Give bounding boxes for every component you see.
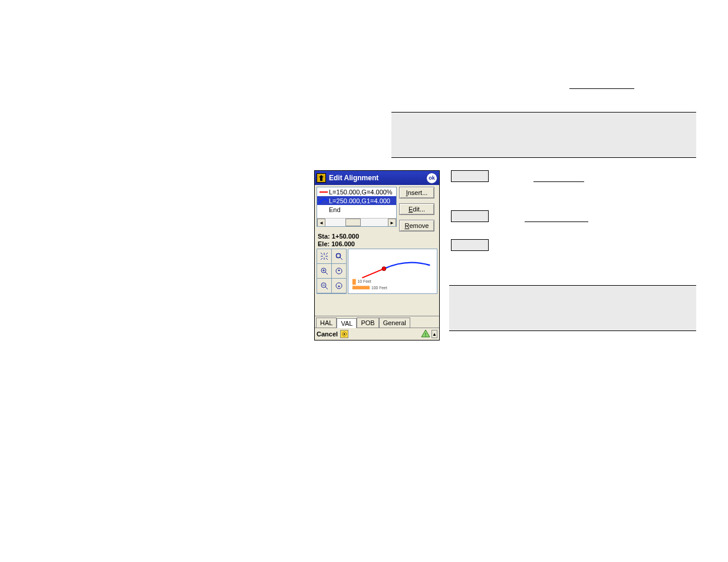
decor-rule-band2-bottom: [449, 330, 696, 331]
sip-toggle-button[interactable]: ▲: [431, 330, 437, 338]
svg-line-7: [325, 272, 328, 275]
tab-general[interactable]: General: [379, 318, 410, 328]
decor-rule-short-top: [569, 88, 634, 89]
zoom-window-button[interactable]: [332, 249, 346, 263]
client-area: L=150.000,G=4.000% L=250.000,G1=4.000 En…: [315, 185, 439, 340]
scroll-left-button[interactable]: ◄: [317, 219, 325, 227]
list-item[interactable]: End: [317, 205, 396, 214]
zoom-extents-button[interactable]: [317, 249, 331, 263]
tab-pob[interactable]: POB: [357, 318, 378, 328]
line-segment-icon: [318, 189, 329, 195]
bottom-bar: Cancel ! ▲: [315, 328, 439, 340]
list-item[interactable]: L=250.000,G1=4.000: [317, 196, 396, 205]
insert-button[interactable]: Insert...: [399, 187, 434, 199]
tab-strip: HAL VAL POB General: [315, 316, 439, 328]
segment-list[interactable]: L=150.000,G=4.000% L=250.000,G1=4.000 En…: [317, 187, 397, 227]
svg-rect-14: [353, 279, 356, 285]
list-item-label: L=250.000,G1=4.000: [329, 197, 390, 204]
zoom-in-button[interactable]: [317, 264, 331, 278]
decor-box-2: [451, 210, 489, 222]
horizontal-scrollbar[interactable]: ◄ ►: [317, 218, 396, 226]
remove-button[interactable]: Remove: [399, 220, 434, 232]
station-label: Sta: 1+50.000: [318, 233, 436, 240]
window-title: Edit Alignment: [329, 174, 426, 182]
elevation-label: Ele: 106.000: [318, 240, 436, 248]
decor-rule-3: [525, 222, 588, 222]
cancel-button[interactable]: Cancel: [317, 330, 338, 338]
decor-band-2: [449, 286, 696, 330]
svg-rect-2: [337, 254, 340, 257]
scroll-track[interactable]: [325, 219, 388, 226]
decor-band-1: [391, 113, 696, 157]
titlebar: Edit Alignment ok: [315, 171, 439, 185]
svg-point-13: [382, 267, 386, 271]
curve-segment-icon: [318, 198, 329, 204]
decor-rule-band-bottom: [391, 157, 696, 158]
list-item-label: L=150.000,G=4.000%: [329, 189, 393, 196]
tab-val[interactable]: VAL: [337, 318, 357, 328]
edit-alignment-window: Edit Alignment ok L=150.000,G=4.000% L=2…: [314, 170, 440, 340]
scroll-thumb[interactable]: [345, 219, 361, 226]
app-icon: [317, 173, 326, 183]
svg-line-11: [325, 287, 328, 289]
zoom-toolbar: [317, 249, 347, 294]
scroll-right-button[interactable]: ►: [388, 219, 396, 227]
selection-stats: Sta: 1+50.000 Ele: 106.000: [315, 232, 439, 249]
edit-button[interactable]: Edit...: [399, 203, 434, 215]
pan-up-button[interactable]: [332, 264, 346, 278]
warning-icon[interactable]: !: [421, 329, 430, 339]
list-item-label: End: [329, 206, 341, 213]
svg-point-16: [344, 333, 345, 335]
ok-button[interactable]: ok: [426, 173, 437, 184]
zoom-out-button[interactable]: [317, 279, 331, 293]
decor-rule-2: [533, 181, 584, 182]
svg-rect-15: [353, 286, 370, 289]
pan-down-button[interactable]: [332, 279, 346, 293]
svg-line-3: [340, 257, 342, 260]
scale-x-label: 100 Feet: [371, 286, 387, 290]
decor-box-3: [451, 239, 489, 251]
profile-plot[interactable]: 10 Feet 100 Feet: [348, 249, 437, 294]
scale-y-label: 10 Feet: [358, 279, 371, 283]
svg-text:!: !: [425, 332, 427, 338]
decor-box-1: [451, 170, 489, 182]
quick-menu-button[interactable]: [340, 330, 348, 338]
tab-hal[interactable]: HAL: [316, 318, 337, 328]
list-item[interactable]: L=150.000,G=4.000%: [317, 187, 396, 196]
